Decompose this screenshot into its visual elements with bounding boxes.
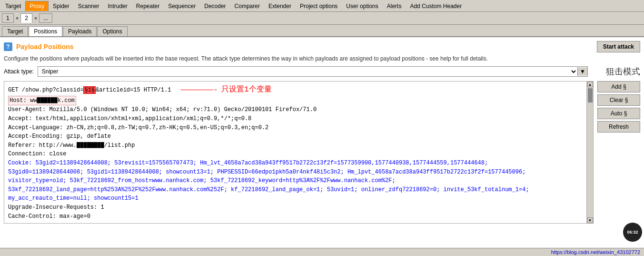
help-icon[interactable]: ?	[4, 42, 12, 51]
start-attack-button[interactable]: Start attack	[597, 41, 640, 52]
refresh-button[interactable]: Refresh	[597, 121, 640, 133]
menu-proxy[interactable]: Proxy	[25, 1, 49, 11]
request-host-line: Host: ww██████k.com	[8, 96, 76, 106]
scrollbar-up-btn[interactable]: ▲	[587, 82, 593, 87]
request-accept-lang: Accept-Language: zh-CN,zh;q=0.8,zh-TW;q=…	[8, 124, 268, 131]
menu-target[interactable]: Target	[1, 1, 25, 11]
sub-tab-options[interactable]: Options	[97, 26, 127, 36]
request-line1-post: &articleid=15 HTTP/1.1	[96, 87, 171, 93]
menu-intruder[interactable]: Intruder	[103, 1, 131, 11]
menu-extender[interactable]: Extender	[264, 1, 296, 11]
menu-repeater[interactable]: Repeater	[132, 1, 164, 11]
request-cookie3: visitor_type=old; 53kf_72218692_from_hos…	[8, 177, 396, 184]
menu-alerts[interactable]: Alerts	[383, 1, 406, 11]
section-header: ? Payload Positions Start attack	[4, 41, 640, 52]
menu-decoder[interactable]: Decoder	[200, 1, 230, 11]
scrollbar-down-btn[interactable]: ▼	[587, 217, 593, 223]
status-url: https://blog.csdn.net/weixin_43102772	[551, 249, 640, 255]
menu-user-options[interactable]: User options	[342, 1, 382, 11]
sub-tab-bar: Target Positions Payloads Options	[0, 25, 644, 37]
request-container: GET /show.php?classid=§1§&articleid=15 H…	[4, 81, 594, 224]
tab-2[interactable]: 2	[20, 13, 32, 23]
request-accept: Accept: text/html,application/xhtml+xml,…	[8, 115, 251, 122]
request-useragent: User-Agent: Mozilla/5.0 (Windows NT 10.0…	[8, 106, 317, 113]
sub-tab-payloads[interactable]: Payloads	[63, 26, 97, 36]
tab-number-bar: 1 × 2 × ...	[0, 12, 644, 25]
menu-bar: Target Proxy Spider Scanner Intruder Rep…	[0, 0, 644, 12]
tab-separator2: ×	[33, 15, 38, 21]
attack-type-chinese-annotation: 狙击模式	[606, 66, 640, 77]
request-cookie5: my_acc_reauto_time=null; showcount15=1	[8, 195, 139, 202]
dropdown-arrow-icon[interactable]: ▼	[577, 67, 587, 76]
attack-type-label: Attack type:	[4, 68, 34, 75]
request-cookie4: 53kf_72218692_land_page=http%253A%252F%2…	[8, 186, 529, 193]
clear-section-button[interactable]: Clear §	[597, 94, 640, 106]
scrollbar-track	[588, 87, 593, 217]
request-referer: Referer: http://www.████████/list.php	[8, 142, 135, 149]
sub-tab-target[interactable]: Target	[2, 26, 28, 36]
sub-tab-positions[interactable]: Positions	[29, 26, 62, 36]
status-bar: https://blog.csdn.net/weixin_43102772	[0, 248, 644, 256]
menu-comparer[interactable]: Comparer	[230, 1, 264, 11]
only-one-var-annotation: 只设置1个变量	[221, 85, 272, 94]
attack-type-select-wrapper: Sniper ▼	[38, 66, 588, 77]
auto-section-button[interactable]: Auto §	[597, 108, 640, 119]
arrow-annotation: ————————→	[180, 85, 217, 95]
section-description: Configure the positions where payloads w…	[4, 55, 640, 62]
section-title: Payload Positions	[16, 43, 74, 51]
menu-scanner[interactable]: Scanner	[74, 1, 104, 11]
attack-type-select[interactable]: Sniper	[38, 67, 577, 76]
scrollbar[interactable]: ▲ ▼	[586, 82, 593, 223]
request-cookie1: Cookie: 53gid2=11389428644008; 53revisit…	[8, 160, 488, 166]
add-section-button[interactable]: Add §	[597, 81, 640, 92]
menu-spider[interactable]: Spider	[49, 1, 74, 11]
request-highlight-1: §1§	[83, 86, 96, 94]
request-connection: Connection: close	[8, 151, 66, 157]
tab-dots[interactable]: ...	[39, 13, 52, 23]
request-accept-enc: Accept-Encoding: gzip, deflate	[8, 133, 111, 140]
request-cache: Cache-Control: max-age=0	[8, 213, 90, 220]
menu-sequencer[interactable]: Sequencer	[164, 1, 200, 11]
request-pre: GET /show.php?classid=§1§&articleid=15 H…	[8, 84, 589, 221]
tab-separator: ×	[15, 15, 20, 21]
request-cookie2: 53gid0=11389428644008; 53gid1=1138942864…	[8, 169, 525, 175]
right-buttons-panel: Add § Clear § Auto § Refresh	[597, 81, 640, 133]
tab-1[interactable]: 1	[2, 13, 14, 23]
menu-add-custom-header[interactable]: Add Custom Header	[406, 1, 466, 11]
scrollbar-thumb	[588, 88, 593, 102]
request-line1-pre: GET /show.php?classid=	[8, 87, 83, 93]
clock-widget: 06:32	[623, 223, 642, 242]
request-upgrade: Upgrade-Insecure-Requests: 1	[8, 204, 104, 211]
attack-type-row: Attack type: Sniper ▼ 狙击模式	[4, 66, 640, 77]
request-area: GET /show.php?classid=§1§&articleid=15 H…	[4, 81, 640, 244]
menu-project-options[interactable]: Project options	[296, 1, 342, 11]
request-content[interactable]: GET /show.php?classid=§1§&articleid=15 H…	[4, 82, 593, 223]
